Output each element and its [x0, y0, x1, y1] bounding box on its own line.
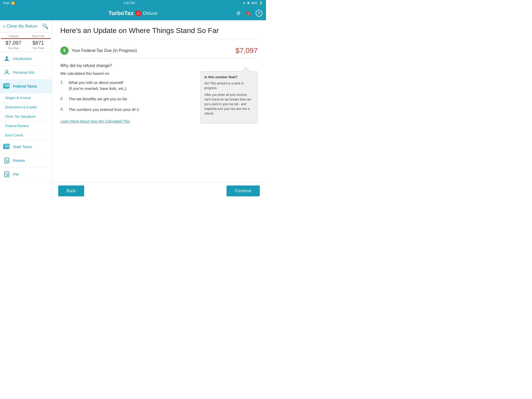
settings-icon[interactable]: ⚙ [236, 10, 241, 16]
sidebar-item-review[interactable]: Review [0, 154, 52, 168]
list-item: 1. What you told us about yourself (if y… [60, 80, 194, 91]
status-left: iPad 📶 [3, 1, 15, 5]
time-display: 1:06 PM [123, 1, 135, 5]
federal-taxes-icon: TAXES FEDERAL [3, 83, 10, 90]
device-label: iPad [3, 1, 9, 5]
list-item-2-main: The tax benefits we got you so far. [69, 96, 128, 102]
logo-checkmark: ✓ [135, 10, 141, 16]
logo-deluxe: Deluxe [143, 11, 157, 16]
federal-bar [1, 38, 26, 39]
content-footer: Back Continue [52, 182, 266, 200]
list-num-1: 1. [60, 80, 65, 84]
state-taxes-icon: TAXES STATE [3, 143, 10, 150]
sidebar-item-personal-info[interactable]: Personal Info [0, 66, 52, 79]
review-label: Review [13, 158, 25, 163]
sidebar-item-other-tax-situations[interactable]: Other Tax Situations [0, 112, 52, 121]
tax-due-left: $ Your Federal Tax Due (In Progress) [60, 46, 137, 55]
file-label: File [13, 172, 19, 176]
sidebar-item-federal-review[interactable]: Federal Review [0, 121, 52, 131]
tooltip-title: Is this number final? [204, 75, 254, 79]
svg-text:STATE: STATE [5, 144, 9, 146]
review-icon [3, 157, 10, 164]
page-title: Here's an Update on Where Things Stand S… [60, 26, 258, 39]
federal-taxes-label: Federal Taxes [13, 84, 37, 88]
sidebar-item-introduction[interactable]: Introduction [0, 52, 52, 66]
dollar-icon: $ [60, 46, 69, 55]
introduction-label: Introduction [13, 57, 32, 61]
close-return-label[interactable]: Close My Return [6, 24, 37, 29]
app-logo: TurboTax ✓ Deluxe [109, 10, 158, 17]
calculated-label: We calculated this based on: [60, 71, 194, 76]
list-num-3: 3. [60, 107, 65, 111]
personal-info-icon [3, 69, 10, 76]
battery-icon: 🔋 [259, 1, 263, 5]
status-right: ➤ ✱ 98% 🔋 [243, 1, 263, 5]
logo-text: TurboTax [109, 10, 134, 17]
ny-bar [26, 38, 51, 39]
file-icon [3, 171, 10, 178]
bluetooth-icon: ✱ [247, 1, 250, 5]
status-bar: iPad 📶 1:06 PM ➤ ✱ 98% 🔋 [0, 0, 266, 6]
tooltip-paragraph-1: No! This amount is a work in progress. [204, 81, 254, 90]
list-text-1: What you told us about yourself (if you'… [69, 80, 127, 91]
content-area: Here's an Update on Where Things Stand S… [52, 20, 266, 200]
introduction-icon [3, 55, 10, 62]
federal-owe: You Owe [1, 46, 26, 50]
personal-info-label: Personal Info [13, 70, 35, 75]
tooltip-paragraph-2: After you enter all your income, we'll c… [204, 92, 254, 116]
federal-amount-item[interactable]: Federal $7,097 You Owe [1, 35, 26, 50]
tax-due-amount: $7,097 [235, 46, 258, 55]
main-content-row: Why did my refund change? We calculated … [60, 63, 258, 124]
bookmark-icon[interactable]: 🔖 [245, 10, 251, 16]
list-item-1-sub: (if you're married, have kids, etc.). [69, 86, 127, 91]
sidebar-item-file[interactable]: File [0, 168, 52, 181]
svg-point-1 [6, 70, 8, 72]
ny-label: New York [26, 35, 51, 38]
federal-label: Federal [1, 35, 26, 38]
location-icon: ➤ [243, 1, 245, 5]
calc-list: 1. What you told us about yourself (if y… [60, 80, 194, 112]
close-return-left[interactable]: ‹ Close My Return [3, 23, 37, 30]
search-icon[interactable]: 🔍 [42, 23, 49, 29]
tax-amounts-row: Federal $7,097 You Owe New York $871 You… [0, 32, 52, 52]
help-icon[interactable]: ? [256, 10, 262, 17]
ny-amount-item[interactable]: New York $871 You Owe [26, 35, 51, 50]
battery-level: 98% [251, 1, 257, 5]
list-num-2: 2. [60, 96, 65, 101]
back-button[interactable]: Back [58, 185, 84, 196]
why-title: Why did my refund change? [60, 63, 194, 68]
ny-value: $871 [26, 40, 51, 46]
tooltip-arrow [242, 68, 250, 71]
main-content-left: Why did my refund change? We calculated … [60, 63, 194, 124]
wifi-icon: 📶 [11, 1, 15, 5]
svg-text:TAXES: TAXES [5, 146, 10, 148]
content-body: Here's an Update on Where Things Stand S… [52, 20, 266, 182]
learn-more-link[interactable]: Learn More About How We Calculated This [60, 119, 130, 123]
sidebar-item-error-check[interactable]: Error Check [0, 131, 52, 140]
list-item: 2. The tax benefits we got you so far. [60, 96, 194, 102]
list-item: 3. The numbers you entered from your W-2… [60, 107, 194, 113]
svg-point-0 [6, 56, 8, 58]
sidebar-item-wages-income[interactable]: Wages & Income [0, 93, 52, 103]
back-arrow-icon: ‹ [3, 23, 5, 30]
svg-text:FEDERAL: FEDERAL [4, 84, 10, 85]
sidebar-item-deductions-credits[interactable]: Deductions & Credits [0, 103, 52, 112]
tax-due-label: Your Federal Tax Due (In Progress) [72, 48, 137, 53]
header-bar: TurboTax ✓ Deluxe ⚙ 🔖 ? [0, 6, 266, 20]
nav-section: Introduction Personal Info TAXES [0, 52, 52, 200]
continue-button[interactable]: Continue [227, 185, 260, 196]
ny-owe: You Owe [26, 46, 51, 50]
list-item-3-main: The numbers you entered from your W-2. [69, 107, 140, 113]
close-return-bar: ‹ Close My Return 🔍 [0, 20, 52, 32]
header-icons: ⚙ 🔖 ? [236, 10, 262, 17]
svg-text:TAXES: TAXES [5, 85, 10, 87]
sidebar-item-state-taxes[interactable]: TAXES STATE State Taxes [0, 140, 52, 154]
sidebar: ‹ Close My Return 🔍 Federal $7,097 You O… [0, 20, 52, 200]
main-layout: ‹ Close My Return 🔍 Federal $7,097 You O… [0, 20, 266, 200]
sidebar-item-federal-taxes[interactable]: TAXES FEDERAL Federal Taxes [0, 79, 52, 93]
list-item-1-main: What you told us about yourself [69, 80, 123, 85]
state-taxes-label: State Taxes [13, 145, 32, 149]
federal-value: $7,097 [1, 40, 26, 46]
tooltip-box: Is this number final? No! This amount is… [201, 71, 258, 124]
tax-due-row: $ Your Federal Tax Due (In Progress) $7,… [60, 43, 258, 58]
